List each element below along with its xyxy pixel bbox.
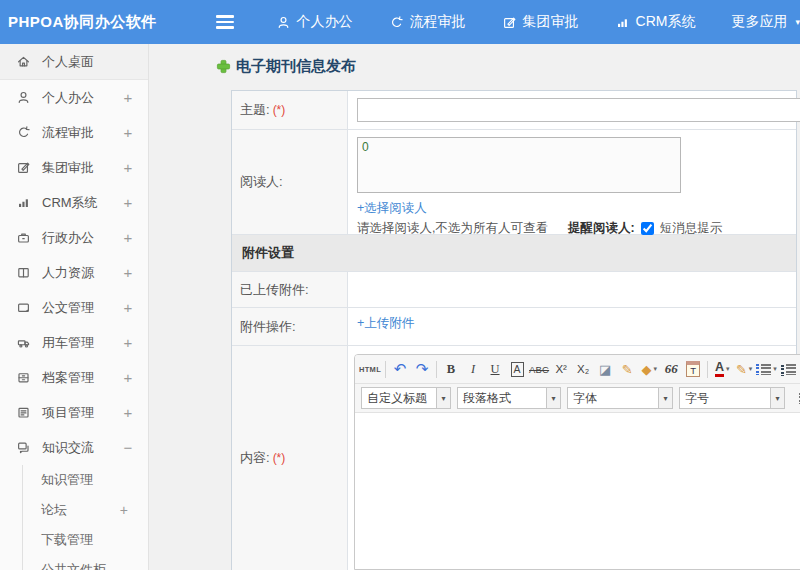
sidebar-item-label: 论坛 bbox=[41, 501, 120, 519]
sidebar-item-label: 人力资源 bbox=[42, 264, 122, 282]
caret-down-icon: ▾ bbox=[770, 388, 784, 408]
app-logo: PHPOA协同办公软件 bbox=[0, 13, 168, 32]
sidebar-item-label: CRM系统 bbox=[42, 194, 122, 212]
sidebar-item-label: 公共文件柜 bbox=[41, 561, 128, 570]
expand-icon[interactable]: + bbox=[120, 502, 128, 518]
sidebar-item-label: 用车管理 bbox=[42, 334, 122, 352]
ordered-list-button[interactable]: ▾ bbox=[756, 359, 777, 379]
strikethrough-button[interactable]: ABC bbox=[529, 359, 549, 379]
page-title-text: 电子期刊信息发布 bbox=[236, 57, 356, 76]
subject-label: 主题:(*) bbox=[232, 91, 348, 129]
sidebar-item-workflow-approval[interactable]: 流程审批+ bbox=[0, 115, 148, 150]
caret-down-icon: ▾ bbox=[436, 388, 450, 408]
sidebar-item-vehicle-mgmt[interactable]: 用车管理+ bbox=[0, 325, 148, 360]
upload-attachment-link[interactable]: +上传附件 bbox=[357, 315, 414, 332]
expand-icon[interactable]: + bbox=[122, 194, 134, 211]
expand-icon[interactable]: + bbox=[122, 334, 134, 351]
undo-button[interactable]: ↶ bbox=[390, 359, 410, 379]
sidebar-item-crm-system[interactable]: CRM系统+ bbox=[0, 185, 148, 220]
custom-title-select-value: 自定义标题 bbox=[362, 390, 436, 407]
sidebar-item-label: 个人桌面 bbox=[42, 53, 134, 71]
nav-item-more-apps[interactable]: 更多应用▾ bbox=[731, 13, 800, 31]
font-family-select[interactable]: 字体▾ bbox=[567, 387, 673, 409]
sidebar-item-human-resources[interactable]: 人力资源+ bbox=[0, 255, 148, 290]
caret-down-icon: ▾ bbox=[658, 388, 672, 408]
sidebar-item-group-approval[interactable]: 集团审批+ bbox=[0, 150, 148, 185]
highlight-button[interactable]: ✎▾ bbox=[734, 359, 754, 379]
remind-readers-label: 提醒阅读人: bbox=[568, 220, 635, 237]
autotypeset-button[interactable]: ◆▾ bbox=[639, 359, 659, 379]
menu-toggle-icon[interactable] bbox=[212, 11, 238, 33]
sidebar-item-label: 流程审批 bbox=[42, 124, 122, 142]
format-brush-button[interactable]: ✎ bbox=[617, 359, 637, 379]
sidebar-item-download-mgmt[interactable]: 下载管理 bbox=[23, 525, 148, 555]
expand-icon[interactable]: + bbox=[122, 404, 134, 421]
nav-item-group-approval[interactable]: 集团审批 bbox=[502, 13, 579, 31]
nav-item-crm-system[interactable]: CRM系统 bbox=[615, 13, 696, 31]
readers-label: 阅读人: bbox=[232, 130, 348, 234]
rich-text-editor: HTML↶↷BIUAABCX²X₂◪✎◆▾66TA▾✎▾▾ 自定义标题▾段落格式… bbox=[354, 354, 800, 570]
paragraph-format-select-value: 段落格式 bbox=[458, 390, 546, 407]
font-size-select[interactable]: 字号▾ bbox=[679, 387, 785, 409]
paste-text-button[interactable]: T bbox=[683, 359, 703, 379]
font-color-button[interactable]: A▾ bbox=[712, 359, 732, 379]
sidebar-item-project-mgmt[interactable]: 项目管理+ bbox=[0, 395, 148, 430]
sidebar-item-public-file-cabinet[interactable]: 公共文件柜 bbox=[23, 555, 148, 570]
sidebar: 个人桌面个人办公+流程审批+集团审批+CRM系统+行政办公+人力资源+公文管理+… bbox=[0, 44, 149, 570]
caret-down-icon: ▾ bbox=[546, 388, 560, 408]
chart-icon bbox=[16, 195, 33, 210]
sidebar-item-document-mgmt[interactable]: 公文管理+ bbox=[0, 290, 148, 325]
expand-icon[interactable]: + bbox=[122, 369, 134, 386]
sidebar-item-label: 项目管理 bbox=[42, 404, 122, 422]
editor-toolbar-row1: HTML↶↷BIUAABCX²X₂◪✎◆▾66TA▾✎▾▾ bbox=[355, 355, 800, 384]
expand-icon[interactable]: − bbox=[122, 439, 134, 456]
expand-icon[interactable]: + bbox=[122, 124, 134, 141]
expand-icon[interactable]: + bbox=[122, 89, 134, 106]
readers-cell: 0 +选择阅读人 请选择阅读人,不选为所有人可查看 提醒阅读人: 短消息提示 bbox=[348, 130, 796, 234]
underline-button[interactable]: U bbox=[485, 359, 505, 379]
flow-icon bbox=[389, 15, 404, 30]
expand-icon[interactable]: + bbox=[122, 264, 134, 281]
font-family-select-value: 字体 bbox=[568, 390, 658, 407]
car-icon bbox=[16, 335, 33, 350]
bold-button[interactable]: B bbox=[441, 359, 461, 379]
top-header: PHPOA协同办公软件 个人办公流程审批集团审批CRM系统更多应用▾ bbox=[0, 0, 800, 44]
eraser-button[interactable]: ◪ bbox=[595, 359, 615, 379]
sidebar-item-label: 集团审批 bbox=[42, 159, 122, 177]
readers-textarea[interactable]: 0 bbox=[357, 137, 681, 193]
sms-checkbox[interactable] bbox=[641, 222, 654, 235]
attach-op-label: 附件操作: bbox=[232, 308, 348, 345]
main-content: 电子期刊信息发布 主题:(*) 阅读人: 0 +选择阅读人 请选择阅读人,不选为… bbox=[148, 44, 800, 570]
align-left-button[interactable] bbox=[795, 388, 800, 408]
sidebar-item-forum[interactable]: 论坛+ bbox=[23, 495, 148, 525]
expand-icon[interactable]: + bbox=[122, 159, 134, 176]
required-mark: (*) bbox=[273, 451, 286, 465]
italic-button[interactable]: I bbox=[463, 359, 483, 379]
expand-icon[interactable]: + bbox=[122, 299, 134, 316]
sidebar-item-personal-desktop[interactable]: 个人桌面 bbox=[0, 44, 148, 80]
subject-input[interactable] bbox=[357, 98, 800, 122]
nav-item-workflow-approval[interactable]: 流程审批 bbox=[389, 13, 466, 31]
choose-readers-link[interactable]: +选择阅读人 bbox=[357, 200, 427, 217]
project-icon bbox=[16, 405, 33, 420]
sidebar-item-archive-mgmt[interactable]: 档案管理+ bbox=[0, 360, 148, 395]
superscript-button[interactable]: X² bbox=[551, 359, 571, 379]
book-icon bbox=[16, 265, 33, 280]
editor-content-area[interactable] bbox=[355, 413, 800, 569]
subscript-button[interactable]: X₂ bbox=[573, 359, 593, 379]
unordered-list-button[interactable] bbox=[779, 359, 799, 379]
sidebar-item-knowledge-mgmt[interactable]: 知识管理 bbox=[23, 465, 148, 495]
nav-item-personal-office[interactable]: 个人办公 bbox=[276, 13, 353, 31]
expand-icon[interactable]: + bbox=[122, 229, 134, 246]
sidebar-item-knowledge-exchange[interactable]: 知识交流− bbox=[0, 430, 148, 465]
custom-title-select[interactable]: 自定义标题▾ bbox=[361, 387, 451, 409]
redo-button[interactable]: ↷ bbox=[412, 359, 432, 379]
html-source-button[interactable]: HTML bbox=[359, 359, 381, 379]
nav-item-label: CRM系统 bbox=[636, 13, 696, 31]
attach-op-row: 附件操作: +上传附件 bbox=[232, 308, 796, 346]
sidebar-item-personal-office[interactable]: 个人办公+ bbox=[0, 80, 148, 115]
paragraph-format-select[interactable]: 段落格式▾ bbox=[457, 387, 561, 409]
sidebar-item-admin-office[interactable]: 行政办公+ bbox=[0, 220, 148, 255]
font-border-button[interactable]: A bbox=[507, 359, 527, 379]
blockquote-button[interactable]: 66 bbox=[661, 359, 681, 379]
